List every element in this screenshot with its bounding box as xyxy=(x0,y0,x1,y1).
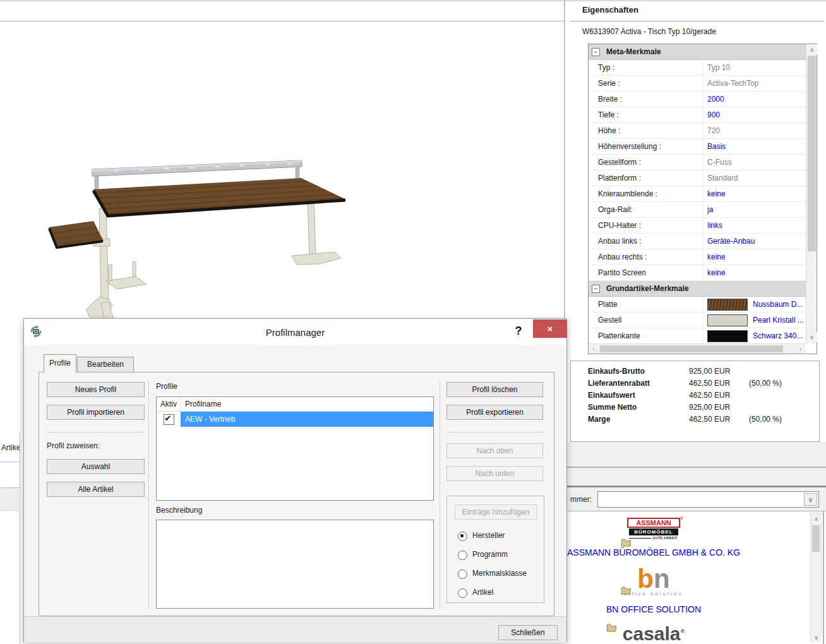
radio-programm-label[interactable]: Programm xyxy=(472,550,508,559)
property-row[interactable]: Anbau rechts :keine xyxy=(589,249,806,265)
scroll-down-icon[interactable]: ∨ xyxy=(806,331,817,342)
property-value: 720 xyxy=(707,126,720,135)
mfr-scroll-up-icon[interactable]: ∧ xyxy=(811,513,822,524)
property-label: Anbau links : xyxy=(589,237,702,246)
manufacturer-scrollbar[interactable]: ∧ ∨ xyxy=(810,513,822,643)
property-row[interactable]: Anbau links :Geräte-Anbau xyxy=(589,234,806,249)
tagline-text: GUTE ARBEIT. xyxy=(652,536,678,540)
property-row[interactable]: Höhe :720 xyxy=(589,123,806,139)
tab-bearbeiten[interactable]: Bearbeiten xyxy=(77,357,134,373)
scroll-left-icon[interactable]: ‹ xyxy=(589,344,599,354)
new-profile-button[interactable]: Neues Profil xyxy=(47,382,145,397)
profile-active-checkbox[interactable] xyxy=(164,414,174,425)
hscroll-thumb[interactable] xyxy=(600,345,783,352)
delete-profile-button[interactable]: Profil löschen xyxy=(446,382,543,397)
radio-merkmalsklasse-label[interactable]: Merkmalsklasse xyxy=(472,569,527,578)
property-value-cell: Geräte-Anbau xyxy=(702,234,806,249)
property-label: CPU-Halter : xyxy=(589,221,702,230)
viewport-3d[interactable] xyxy=(25,144,429,329)
price-value: 462,50 EUR xyxy=(689,391,749,400)
property-label: Anbau rechts : xyxy=(589,253,702,261)
section-header[interactable]: Grundartikel-Merkmale xyxy=(589,281,806,297)
radio-artikel[interactable] xyxy=(458,588,467,598)
combo-dropdown-icon[interactable] xyxy=(804,493,817,506)
property-value[interactable]: keine xyxy=(707,253,726,261)
property-value-cell: Nussbaum D... xyxy=(702,297,806,312)
property-value: Activa-TechTop xyxy=(707,79,758,88)
scroll-up-icon[interactable]: ∧ xyxy=(806,44,817,55)
profile-row[interactable]: AEW - Vertrieb xyxy=(157,412,433,427)
property-row[interactable]: Orga-Rail:ja xyxy=(589,202,806,218)
collapse-icon[interactable] xyxy=(592,48,600,56)
mfr-scroll-down-icon[interactable]: ∨ xyxy=(811,632,822,643)
dialog-titlebar[interactable]: Profilmanager ? × xyxy=(24,319,566,345)
property-value[interactable]: Geräte-Anbau xyxy=(707,237,755,246)
property-value[interactable]: keine xyxy=(707,268,726,277)
import-profile-button[interactable]: Profil importieren xyxy=(47,405,145,420)
price-value: 462,50 EUR xyxy=(689,415,749,424)
radio-programm[interactable] xyxy=(458,551,467,560)
property-value[interactable]: 900 xyxy=(707,110,720,119)
scroll-right-icon[interactable]: › xyxy=(795,344,806,354)
tab-profile[interactable]: Profile xyxy=(44,354,76,373)
property-row[interactable]: Knieraumblende :keine xyxy=(589,186,806,202)
property-row[interactable]: Serie :Activa-TechTop xyxy=(589,76,806,92)
collapse-icon[interactable] xyxy=(592,285,600,293)
property-row[interactable]: GestellPearl Kristall ... xyxy=(589,313,806,328)
property-value[interactable]: 2000 xyxy=(707,95,724,104)
column-divider-right xyxy=(440,380,440,609)
property-value[interactable]: keine xyxy=(707,189,726,198)
properties-panel-title: Eigenschaften xyxy=(582,5,638,15)
move-down-button[interactable]: Nach unten xyxy=(446,466,543,481)
description-textarea[interactable] xyxy=(156,520,434,609)
toolbar-divider xyxy=(0,21,565,21)
move-up-button[interactable]: Nach oben xyxy=(446,443,543,458)
bn-logo-n: n xyxy=(654,564,670,593)
profile-name-selected[interactable]: AEW - Vertrieb xyxy=(181,412,433,427)
panel-band-2 xyxy=(566,468,826,486)
close-button[interactable]: × xyxy=(533,319,567,338)
vscroll-thumb[interactable] xyxy=(808,56,816,251)
manufacturer-link[interactable]: BN OFFICE SOLUTION xyxy=(606,604,701,614)
assign-all-articles-button[interactable]: Alle Artikel xyxy=(47,482,145,497)
radio-hersteller[interactable] xyxy=(458,532,467,541)
property-grid-vscrollbar[interactable]: ∧ ∨ xyxy=(806,44,817,343)
add-entries-button[interactable]: Einträge hinzufügen xyxy=(455,504,537,520)
manufacturer-entry[interactable]: ASSMANN®BÜROMÖBELGUTE ARBEIT.ASSMANN BÜR… xyxy=(567,513,740,558)
close-dialog-button[interactable]: Schließen xyxy=(498,625,558,640)
property-row[interactable]: Partito Screenkeine xyxy=(589,265,806,281)
property-value[interactable]: Basis xyxy=(707,142,726,151)
number-combo-input[interactable] xyxy=(597,491,819,508)
manufacturer-entry[interactable]: casala® xyxy=(567,614,740,643)
property-value[interactable]: Pearl Kristall ... xyxy=(753,316,804,325)
property-row[interactable]: Typ :Typ 10 xyxy=(589,60,806,76)
property-row[interactable]: PlattenkanteSchwarz 340... xyxy=(589,328,806,343)
property-row[interactable]: Gestellform :C-Fuss xyxy=(589,155,806,170)
property-value[interactable]: ja xyxy=(707,205,713,214)
bn-logo-subtitle: office solution xyxy=(624,591,683,597)
property-value[interactable]: Nussbaum D... xyxy=(753,300,803,309)
assign-selection-button[interactable]: Auswahl xyxy=(47,459,145,474)
property-value[interactable]: links xyxy=(707,221,722,230)
mfr-scroll-thumb[interactable] xyxy=(812,525,820,552)
section-header[interactable]: Meta-Merkmale xyxy=(589,44,806,60)
radio-merkmalsklasse[interactable] xyxy=(458,569,467,579)
property-value[interactable]: Schwarz 340... xyxy=(753,331,803,340)
viewport-splitter[interactable] xyxy=(564,0,565,318)
help-button[interactable]: ? xyxy=(510,323,527,339)
property-label: Typ : xyxy=(589,63,702,72)
radio-hersteller-label[interactable]: Hersteller xyxy=(472,531,505,540)
property-row[interactable]: CPU-Halter :links xyxy=(589,218,806,234)
radio-artikel-label[interactable]: Artikel xyxy=(472,588,493,597)
property-row[interactable]: Plattenform :Standard xyxy=(589,170,806,186)
manufacturer-entry[interactable]: bnoffice solutionBN OFFICE SOLUTION xyxy=(567,558,740,614)
property-row[interactable]: PlatteNussbaum D... xyxy=(589,297,806,313)
property-row[interactable]: Höhenverstellung :Basis xyxy=(589,139,806,155)
property-row[interactable]: Breite :2000 xyxy=(589,92,806,107)
section-label: Grundartikel-Merkmale xyxy=(606,284,689,293)
property-grid-hscrollbar[interactable]: ‹ › xyxy=(589,343,806,354)
property-row[interactable]: Tiefe :900 xyxy=(589,107,806,123)
profiles-listbox[interactable]: Aktiv Profilname AEW - Vertrieb xyxy=(156,397,434,501)
manufacturer-link[interactable]: ASSMANN BÜROMÖBEL GMBH & CO. KG xyxy=(567,547,740,558)
export-profile-button[interactable]: Profil exportieren xyxy=(446,405,543,420)
